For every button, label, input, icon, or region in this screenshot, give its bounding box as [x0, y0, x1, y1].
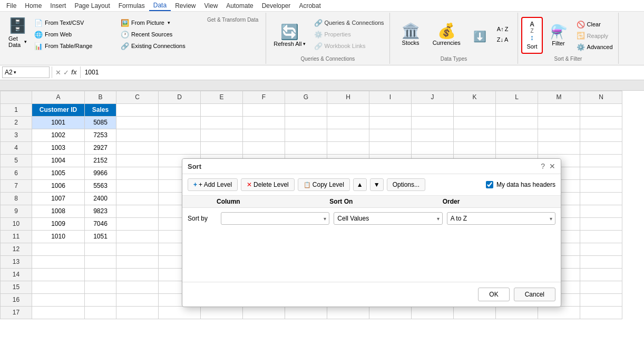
cell-17-empty-8[interactable]	[454, 306, 496, 319]
cell-4-empty-10[interactable]	[538, 141, 580, 154]
cell-2-empty-7[interactable]	[412, 116, 454, 129]
col-I-header[interactable]: I	[369, 91, 412, 103]
cell-17-empty-10[interactable]	[538, 306, 580, 319]
cell-4-empty-2[interactable]	[201, 141, 243, 154]
col-B-header[interactable]: B	[85, 91, 116, 103]
cell-8-empty-11[interactable]	[580, 192, 622, 205]
table-row[interactable]: 410032927	[1, 141, 622, 154]
row-header[interactable]: 16	[1, 293, 32, 306]
cell-5-empty-0[interactable]	[116, 154, 159, 167]
col-H-header[interactable]: H	[327, 91, 369, 103]
properties-button[interactable]: ⚙️ Properties	[312, 30, 386, 40]
cell-14-B[interactable]	[85, 268, 116, 281]
cell-14-empty-0[interactable]	[116, 268, 159, 281]
cell-17-empty-1[interactable]	[159, 306, 201, 319]
cell-15-empty-11[interactable]	[580, 281, 622, 293]
cell-4-empty-6[interactable]	[369, 141, 412, 154]
sort-za-button-small[interactable]: Z↓ A	[495, 35, 511, 44]
cell-4-empty-11[interactable]	[580, 141, 622, 154]
cell-1-empty-11[interactable]	[580, 103, 622, 116]
cell-6-empty-0[interactable]	[116, 167, 159, 179]
cell-17-empty-6[interactable]	[369, 306, 412, 319]
col-K-header[interactable]: K	[454, 91, 496, 103]
reapply-button[interactable]: 🔁 Reapply	[574, 31, 615, 41]
cell-2-empty-8[interactable]	[454, 116, 496, 129]
filter-button[interactable]: ⚗️ Filter	[546, 22, 571, 49]
ok-button[interactable]: OK	[478, 288, 509, 301]
add-level-button[interactable]: + + Add Level	[188, 178, 238, 191]
row-header[interactable]: 10	[1, 217, 32, 230]
options-button[interactable]: Options...	[387, 178, 425, 191]
cell-2-A[interactable]: 1001	[32, 116, 85, 129]
currencies-button[interactable]: 💰 Currencies	[428, 20, 465, 48]
col-D-header[interactable]: D	[159, 91, 201, 103]
cell-1-A[interactable]: Customer ID	[32, 103, 85, 116]
cell-3-empty-9[interactable]	[496, 129, 538, 141]
cell-17-empty-9[interactable]	[496, 306, 538, 319]
cell-1-empty-2[interactable]	[201, 103, 243, 116]
cell-4-empty-1[interactable]	[159, 141, 201, 154]
cell-3-empty-3[interactable]	[243, 129, 285, 141]
my-data-headers-checkbox[interactable]	[486, 181, 493, 188]
cell-2-empty-2[interactable]	[201, 116, 243, 129]
cell-16-A[interactable]	[32, 293, 85, 306]
cell-11-empty-11[interactable]	[580, 230, 622, 243]
cell-4-empty-7[interactable]	[412, 141, 454, 154]
cell-7-empty-11[interactable]	[580, 179, 622, 192]
col-E-header[interactable]: E	[201, 91, 243, 103]
cell-8-B[interactable]: 2400	[85, 192, 116, 205]
get-data-button[interactable]: 🗄️ Get Data ▾	[5, 15, 30, 52]
cell-15-A[interactable]	[32, 281, 85, 293]
cell-11-B[interactable]: 1051	[85, 230, 116, 243]
row-header[interactable]: 12	[1, 243, 32, 255]
cell-1-empty-0[interactable]	[116, 103, 159, 116]
cell-17-empty-2[interactable]	[201, 306, 243, 319]
cell-13-empty-11[interactable]	[580, 255, 622, 268]
cell-11-empty-0[interactable]	[116, 230, 159, 243]
row-header[interactable]: 3	[1, 129, 32, 141]
row-header[interactable]: 6	[1, 167, 32, 179]
table-row[interactable]: 1Customer IDSales	[1, 103, 622, 116]
cell-3-empty-11[interactable]	[580, 129, 622, 141]
cell-3-empty-5[interactable]	[327, 129, 369, 141]
cell-16-empty-0[interactable]	[116, 293, 159, 306]
delete-level-button[interactable]: ✕ Delete Level	[241, 178, 295, 191]
cell-1-empty-7[interactable]	[412, 103, 454, 116]
cell-3-empty-4[interactable]	[285, 129, 327, 141]
cell-13-B[interactable]	[85, 255, 116, 268]
sort-az-button-small[interactable]: A↑ Z	[495, 25, 511, 33]
copy-level-button[interactable]: 📋 Copy Level	[298, 178, 350, 191]
from-web-button[interactable]: 🌐 From Web	[32, 30, 116, 40]
cell-1-empty-10[interactable]	[538, 103, 580, 116]
sort-on-select[interactable]: Cell Values	[334, 212, 442, 225]
cell-10-empty-0[interactable]	[116, 217, 159, 230]
dialog-close-icon[interactable]: ✕	[549, 162, 555, 170]
cell-4-empty-9[interactable]	[496, 141, 538, 154]
cell-17-A[interactable]	[32, 306, 85, 319]
col-L-header[interactable]: L	[496, 91, 538, 103]
row-header[interactable]: 4	[1, 141, 32, 154]
cell-10-B[interactable]: 7046	[85, 217, 116, 230]
order-select[interactable]: A to Z Z to A	[447, 212, 555, 225]
menu-data[interactable]: Data	[149, 1, 171, 11]
cancel-button[interactable]: Cancel	[514, 288, 555, 301]
cell-2-B[interactable]: 5085	[85, 116, 116, 129]
cell-5-B[interactable]: 2152	[85, 154, 116, 167]
row-header[interactable]: 17	[1, 306, 32, 319]
cell-3-empty-8[interactable]	[454, 129, 496, 141]
row-header[interactable]: 13	[1, 255, 32, 268]
cell-17-empty-11[interactable]	[580, 306, 622, 319]
menu-insert[interactable]: Insert	[46, 1, 70, 11]
dialog-help-icon[interactable]: ?	[541, 162, 545, 170]
row-header[interactable]: 9	[1, 205, 32, 217]
move-down-button[interactable]: ▼	[370, 178, 384, 191]
cell-ref-dropdown[interactable]: ▾	[14, 70, 16, 75]
cell-4-empty-0[interactable]	[116, 141, 159, 154]
cell-14-A[interactable]	[32, 268, 85, 281]
col-A-header[interactable]: A	[32, 91, 85, 103]
col-F-header[interactable]: F	[243, 91, 285, 103]
cell-15-empty-0[interactable]	[116, 281, 159, 293]
cell-3-empty-10[interactable]	[538, 129, 580, 141]
col-J-header[interactable]: J	[412, 91, 454, 103]
cell-3-empty-1[interactable]	[159, 129, 201, 141]
